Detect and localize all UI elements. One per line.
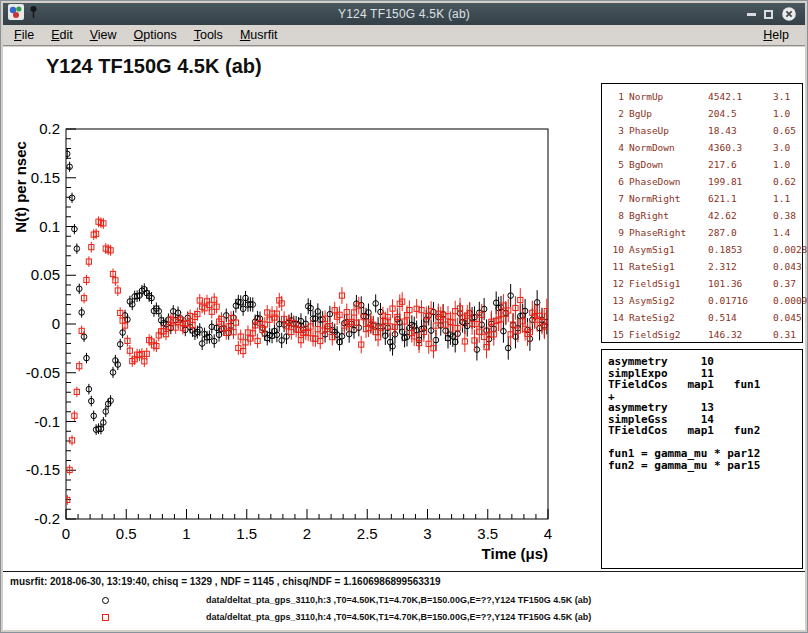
param-error: 3.1	[773, 88, 802, 105]
param-error: 1.0	[773, 156, 802, 173]
param-no: 10	[608, 241, 624, 258]
param-value: 0.1853	[708, 241, 768, 258]
y-tick-label: 0.2	[39, 120, 60, 137]
parameter-row: 15FieldSig2146.320.31	[608, 326, 802, 343]
param-name: PhaseDown	[629, 173, 703, 190]
pin-icon[interactable]	[28, 5, 39, 23]
param-error: 0.31	[773, 326, 802, 343]
maximize-icon	[764, 10, 773, 19]
param-error: 1.1	[773, 190, 802, 207]
param-no: 13	[608, 292, 624, 309]
param-name: AsymSig1	[629, 241, 703, 258]
param-value: 0.514	[708, 309, 768, 326]
param-no: 3	[608, 122, 624, 139]
circle-marker-icon	[102, 597, 109, 604]
param-error: 1.4	[773, 224, 802, 241]
parameter-row: 12FieldSig1101.360.37	[608, 275, 802, 292]
param-no: 14	[608, 309, 624, 326]
y-tick-label: -0.1	[34, 413, 60, 430]
menu-file[interactable]: File	[8, 27, 40, 43]
status-divider	[3, 571, 805, 572]
legend-entry: data/deltat_pta_gps_3110,h:3 ,T0=4.50K,T…	[3, 593, 805, 609]
y-tick-label: -0.05	[26, 364, 60, 381]
y-axis-title: N(t) per nsec	[12, 141, 29, 233]
param-error: 0.045	[773, 309, 802, 326]
close-button[interactable]	[781, 6, 797, 22]
theory-line: fun2 = gamma_mu * par15	[608, 460, 802, 472]
param-value: 287.0	[708, 224, 768, 241]
x-tick-label: 1.5	[236, 525, 257, 542]
fit-parameter-rows: 1NormUp4542.13.12BgUp204.51.03PhaseUp18.…	[608, 88, 802, 343]
menu-right-group: Help	[757, 27, 800, 43]
series-circle	[64, 149, 549, 435]
param-error: 3.0	[773, 139, 802, 156]
param-name: AsymSig2	[629, 292, 703, 309]
parameter-row: 2BgUp204.51.0	[608, 105, 802, 122]
menu-edit[interactable]: Edit	[45, 27, 79, 43]
titlebar[interactable]: Y124 TF150G 4.5K (ab)	[3, 3, 805, 25]
param-no: 12	[608, 275, 624, 292]
parameter-row: 3PhaseUp18.430.65	[608, 122, 802, 139]
x-axis: 00.511.522.533.54Time (μs)	[62, 509, 552, 562]
x-tick-label: 3	[423, 525, 431, 542]
param-no: 1	[608, 88, 624, 105]
param-no: 7	[608, 190, 624, 207]
param-value: 217.6	[708, 156, 768, 173]
theory-line: asymmetry 10	[608, 356, 802, 368]
app-icon	[8, 4, 24, 24]
x-tick-label: 4	[544, 525, 552, 542]
spectrum-chart[interactable]: 00.511.522.533.54Time (μs)-0.2-0.15-0.1-…	[3, 47, 583, 572]
parameter-row: 8BgRight42.620.38	[608, 207, 802, 224]
root-canvas[interactable]: Y124 TF150G 4.5K (ab) 00.511.522.533.54T…	[3, 47, 805, 630]
menu-tools[interactable]: Tools	[188, 27, 229, 43]
menu-left-group: FileEditViewOptionsToolsMusrfit	[8, 27, 288, 43]
param-value: 199.81	[708, 173, 768, 190]
param-error: 1.0	[773, 105, 802, 122]
theory-line: TFieldCos map1 fun2	[608, 425, 802, 437]
param-name: BgRight	[629, 207, 703, 224]
y-tick-label: 0	[52, 315, 60, 332]
param-value: 621.1	[708, 190, 768, 207]
x-tick-label: 3.5	[477, 525, 498, 542]
param-no: 5	[608, 156, 624, 173]
param-error: 0.65	[773, 122, 802, 139]
x-tick-label: 0.5	[116, 525, 137, 542]
param-no: 9	[608, 224, 624, 241]
param-name: RateSig1	[629, 258, 703, 275]
param-name: FieldSig1	[629, 275, 703, 292]
param-no: 6	[608, 173, 624, 190]
param-name: NormUp	[629, 88, 703, 105]
param-name: RateSig2	[629, 309, 703, 326]
param-error: 0.62	[773, 173, 802, 190]
menubar: FileEditViewOptionsToolsMusrfit Help	[3, 25, 805, 46]
x-tick-label: 1	[182, 525, 190, 542]
param-no: 11	[608, 258, 624, 275]
maximize-button[interactable]	[764, 10, 773, 19]
square-marker-icon	[102, 614, 109, 621]
param-error: 0.38	[773, 207, 802, 224]
y-tick-label: 0.1	[39, 218, 60, 235]
parameter-row: 7NormRight621.11.1	[608, 190, 802, 207]
parameter-row: 13AsymSig20.017160.00098	[608, 292, 802, 309]
parameter-row: 9PhaseRight287.01.4	[608, 224, 802, 241]
param-value: 204.5	[708, 105, 768, 122]
series-square	[65, 216, 550, 505]
param-value: 2.312	[708, 258, 768, 275]
menu-options[interactable]: Options	[128, 27, 183, 43]
menu-help[interactable]: Help	[757, 27, 795, 43]
theory-line: TFieldCos map1 fun1	[608, 379, 802, 391]
data-points	[64, 149, 549, 505]
menu-view[interactable]: View	[84, 27, 123, 43]
param-no: 8	[608, 207, 624, 224]
parameter-row: 5BgDown217.61.0	[608, 156, 802, 173]
menu-musrfit[interactable]: Musrfit	[234, 27, 284, 43]
minimize-button[interactable]	[747, 13, 756, 16]
param-no: 2	[608, 105, 624, 122]
param-name: BgUp	[629, 105, 703, 122]
param-no: 4	[608, 139, 624, 156]
x-tick-label: 0	[62, 525, 70, 542]
param-error: 0.37	[773, 275, 802, 292]
param-name: FieldSig2	[629, 326, 703, 343]
parameter-row: 11RateSig12.3120.043	[608, 258, 802, 275]
param-error: 0.043	[773, 258, 802, 275]
